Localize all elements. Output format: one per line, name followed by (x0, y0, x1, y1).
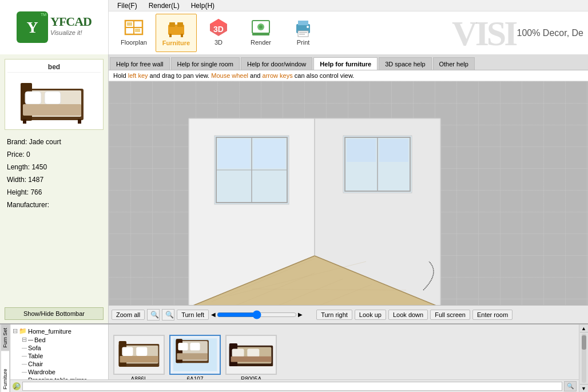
svg-rect-29 (23, 119, 26, 124)
menu-render[interactable]: Render(L) (149, 2, 180, 10)
item-bed-image (15, 74, 89, 126)
scroll-down-arrow[interactable]: ▼ (580, 384, 588, 392)
viewport[interactable] (109, 81, 588, 305)
look-up-button[interactable]: Look up (355, 310, 386, 320)
furniture-item-r8005a[interactable]: R8005A (225, 335, 277, 382)
length-label: Length: (7, 163, 30, 171)
svg-rect-44 (218, 139, 250, 168)
tree-node-table[interactable]: — Table (11, 352, 107, 360)
height-value: 766 (30, 188, 42, 196)
scroll-track (582, 334, 586, 383)
enter-room-button[interactable]: Enter room (472, 310, 512, 320)
logo-icon: Y TM (17, 11, 48, 43)
price-value: 0 (26, 151, 30, 159)
furniture-button[interactable]: Furniture (156, 14, 197, 52)
svg-rect-8 (169, 34, 172, 37)
svg-rect-16 (252, 33, 269, 35)
render-label: Render (251, 39, 271, 46)
tree-label-wardrobe: Wardrobe (28, 369, 55, 375)
threed-icon: 3D (207, 16, 230, 39)
sidebar-tab-furniture[interactable]: Furniture (1, 351, 9, 392)
manufacturer-label: Manufacturer: (7, 201, 49, 209)
search-input[interactable] (22, 382, 562, 391)
floorplan-label: Floorplan (121, 39, 147, 46)
look-down-button[interactable]: Look down (388, 310, 428, 320)
brand-value: Jade court (29, 138, 61, 146)
left-panel: bed (0, 54, 109, 323)
logo-tagline: Visualize it! (50, 29, 92, 36)
full-screen-button[interactable]: Full screen (430, 310, 470, 320)
turn-right-button[interactable]: Turn right (316, 310, 352, 320)
furniture-label: Furniture (162, 39, 190, 46)
zoom-in-button[interactable]: 🔍 (147, 309, 160, 320)
tree-label-home: Home_furniture (28, 328, 71, 335)
search-button[interactable]: 🔍 (564, 381, 577, 391)
svg-rect-69 (190, 342, 200, 350)
floorplan-icon (122, 16, 145, 39)
turn-left-button[interactable]: Turn left (177, 310, 209, 320)
view-slider[interactable] (217, 311, 297, 319)
height-label: Height: (7, 188, 29, 196)
threed-button[interactable]: 3D 3D (198, 14, 239, 52)
brand-label: Brand: (7, 138, 27, 146)
length-value: 1450 (31, 163, 47, 171)
svg-rect-20 (299, 32, 307, 33)
tree-node-sofa[interactable]: — Sofa (11, 344, 107, 352)
scroll-thumb[interactable] (582, 335, 586, 350)
svg-rect-76 (231, 356, 272, 362)
tab-3d-space[interactable]: 3D space help (379, 57, 431, 70)
furniture-icon (165, 17, 188, 39)
svg-rect-3 (127, 22, 132, 26)
menu-help[interactable]: Help(H) (191, 2, 214, 10)
toolbar: Floorplan Furniture 3D 3D (109, 11, 588, 54)
center-panel: Help for free wall Help for single room … (109, 54, 588, 323)
zoom-out-button[interactable]: 🔍 (162, 309, 174, 320)
svg-rect-50 (379, 139, 408, 162)
furniture-item-6a107[interactable]: 6A107 (169, 335, 221, 382)
svg-rect-62 (136, 347, 147, 355)
item-details: Brand: Jade court Price: 0 Length: 1450 … (0, 132, 108, 215)
width-label: Width: (7, 176, 26, 184)
sidebar-tabs: Furn Set Furniture (0, 324, 10, 392)
svg-rect-30 (78, 119, 81, 124)
print-button[interactable]: Print (283, 14, 324, 52)
svg-rect-45 (253, 139, 285, 168)
tab-furniture[interactable]: Help for furniture (313, 57, 378, 70)
menu-bar: File(F) Render(L) Help(H) (109, 0, 588, 11)
width-value: 1487 (28, 176, 43, 184)
item-image-box (7, 73, 96, 127)
room-3d-scene (137, 90, 492, 305)
view-slider-container: ◀ ▶ (211, 311, 314, 319)
sidebar-tab-furnset[interactable]: Furn Set (1, 324, 9, 351)
menu-file[interactable]: File(F) (117, 2, 137, 10)
tab-single-room[interactable]: Help for single room (171, 57, 240, 70)
search-bar: 🔎 🔍 (10, 379, 579, 392)
tab-door-window[interactable]: Help for door/window (241, 57, 312, 70)
floorplan-button[interactable]: Floorplan (113, 14, 154, 52)
svg-rect-21 (299, 34, 305, 35)
tab-other-help[interactable]: Other help (433, 57, 475, 70)
svg-rect-28 (23, 104, 81, 116)
tree-node-home[interactable]: ⊟ 📁 Home_furniture (11, 327, 107, 335)
bottom-controls: Zoom all 🔍 🔍 Turn left ◀ ▶ Turn right Lo… (109, 305, 588, 323)
bottom-panel: Furn Set Furniture ⊟ 📁 Home_furniture ⊟ … (0, 323, 588, 392)
price-label: Price: (7, 151, 25, 159)
hint-bar: Hold left key and drag to pan view. Mous… (109, 70, 588, 81)
tree-node-wardrobe[interactable]: — Wardrobe (11, 368, 107, 376)
tab-free-wall[interactable]: Help for free wall (110, 57, 170, 70)
tree-node-bed[interactable]: ⊟ — Bed (11, 335, 107, 344)
tree-label-sofa: Sofa (28, 345, 41, 351)
render-button[interactable]: Render (240, 14, 281, 52)
svg-rect-70 (177, 353, 208, 359)
scroll-up-arrow[interactable]: ▲ (580, 324, 588, 332)
svg-rect-63 (120, 355, 158, 362)
svg-rect-7 (177, 22, 183, 27)
tree-node-chair[interactable]: — Chair (11, 360, 107, 368)
furniture-item-a886l[interactable]: A886L (113, 335, 165, 382)
item-name: bed (7, 62, 101, 73)
tree-label-chair: Chair (28, 361, 43, 367)
show-hide-button[interactable]: Show/Hide Bottombar (5, 307, 104, 320)
zoom-all-button[interactable]: Zoom all (112, 310, 145, 320)
tree-label-table: Table (28, 353, 43, 359)
logo-tm: TM (41, 13, 46, 17)
